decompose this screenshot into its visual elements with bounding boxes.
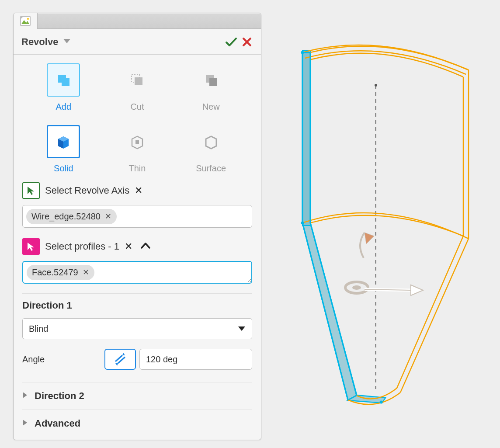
axis-chip-box[interactable]: Wire_edge.52480 ✕ <box>22 205 252 228</box>
feature-title: Revolve <box>21 36 58 48</box>
select-profile-cursor-icon[interactable] <box>22 238 40 255</box>
type-thin[interactable]: Thin <box>121 125 154 174</box>
profile-chip-text: Face.52479 <box>32 267 78 278</box>
axis-chip-text: Wire_edge.52480 <box>31 212 101 222</box>
svg-marker-21 <box>23 420 27 426</box>
3d-viewport[interactable] <box>271 22 490 428</box>
svg-point-39 <box>380 401 383 404</box>
clear-axis-button[interactable]: ✕ <box>135 185 142 196</box>
op-cut[interactable]: Cut <box>121 63 154 112</box>
svg-rect-7 <box>135 77 142 85</box>
svg-marker-16 <box>206 136 216 149</box>
svg-rect-15 <box>135 140 139 144</box>
cancel-button[interactable] <box>239 34 255 50</box>
axis-section: Select Revolve Axis ✕ Wire_edge.52480 ✕ <box>14 176 261 237</box>
svg-rect-10 <box>209 78 217 86</box>
expand-right-icon <box>22 392 28 400</box>
swap-arrows-icon <box>113 353 128 366</box>
svg-marker-4 <box>63 39 70 43</box>
angle-label: Angle <box>22 354 104 365</box>
svg-line-34 <box>302 223 348 400</box>
select-axis-cursor-icon[interactable] <box>22 182 40 199</box>
svg-marker-20 <box>23 392 27 398</box>
direction2-section: Direction 2 <box>14 382 261 410</box>
svg-point-42 <box>352 285 361 290</box>
svg-rect-6 <box>62 78 69 86</box>
svg-marker-18 <box>122 353 125 355</box>
new-icon <box>202 71 220 89</box>
svg-rect-25 <box>302 51 310 226</box>
profile-chip-box[interactable]: Face.52479 ✕ <box>22 261 252 284</box>
advanced-section: Advanced <box>14 410 261 440</box>
direction1-type-value: Blind <box>29 324 48 334</box>
image-placeholder-icon <box>20 16 31 26</box>
type-surface[interactable]: Surface <box>194 125 228 174</box>
feature-dropdown-icon[interactable] <box>62 38 71 46</box>
type-surface-label: Surface <box>196 163 226 174</box>
cut-icon <box>128 71 146 89</box>
add-icon <box>55 71 72 89</box>
svg-line-30 <box>397 236 463 388</box>
direction1-type-dropdown[interactable]: Blind <box>22 318 252 339</box>
svg-marker-17 <box>238 326 245 331</box>
revolve-preview-icon <box>271 22 490 428</box>
svg-point-38 <box>301 51 304 54</box>
thin-icon <box>128 132 147 151</box>
revolve-panel: Revolve Add <box>13 13 261 440</box>
feature-header: Revolve <box>14 29 261 55</box>
tab-image-placeholder[interactable] <box>14 13 38 29</box>
axis-chip-remove[interactable]: ✕ <box>105 212 111 221</box>
svg-line-29 <box>400 239 469 392</box>
close-icon <box>242 37 252 47</box>
type-solid-label: Solid <box>54 163 73 174</box>
profile-section: Select profiles - 1 ✕ Face.52479 ✕ <box>14 237 261 293</box>
op-add-label: Add <box>56 102 72 112</box>
op-new[interactable]: New <box>194 63 228 112</box>
tab-header <box>14 13 261 29</box>
direction1-section: Direction 1 Blind Angle <box>14 293 261 382</box>
flip-direction-button[interactable] <box>104 349 136 370</box>
direction2-toggle[interactable]: Direction 2 <box>22 382 252 410</box>
chevron-down-icon <box>238 326 246 331</box>
profile-chip-remove[interactable]: ✕ <box>83 267 89 277</box>
svg-marker-19 <box>115 363 118 366</box>
svg-marker-45 <box>411 285 423 295</box>
op-add[interactable]: Add <box>47 63 80 112</box>
op-new-label: New <box>202 102 220 112</box>
op-cut-label: Cut <box>130 102 144 112</box>
angle-input[interactable] <box>139 349 252 370</box>
type-solid[interactable]: Solid <box>47 125 80 174</box>
direction2-header: Direction 2 <box>35 390 84 402</box>
collapse-profiles-icon[interactable] <box>140 242 151 251</box>
clear-profiles-button[interactable]: ✕ <box>125 241 132 252</box>
svg-point-23 <box>375 84 377 87</box>
select-profile-label: Select profiles - 1 <box>45 241 119 252</box>
svg-marker-40 <box>365 233 374 244</box>
select-axis-label: Select Revolve Axis <box>45 185 129 196</box>
surface-icon <box>201 132 221 151</box>
svg-point-2 <box>27 18 29 20</box>
svg-line-35 <box>310 223 357 395</box>
confirm-button[interactable] <box>223 34 239 50</box>
solid-icon <box>54 132 73 151</box>
expand-right-icon <box>22 419 28 428</box>
check-icon <box>225 37 237 47</box>
type-thin-label: Thin <box>129 163 146 174</box>
advanced-header: Advanced <box>35 418 80 429</box>
operation-grid: Add Cut New <box>14 55 261 176</box>
advanced-toggle[interactable]: Advanced <box>22 410 252 437</box>
svg-point-37 <box>301 222 304 225</box>
axis-chip[interactable]: Wire_edge.52480 ✕ <box>26 209 117 224</box>
profile-chip[interactable]: Face.52479 ✕ <box>27 265 94 280</box>
tab-inactive-area[interactable] <box>38 13 261 28</box>
direction1-header: Direction 1 <box>22 293 252 318</box>
